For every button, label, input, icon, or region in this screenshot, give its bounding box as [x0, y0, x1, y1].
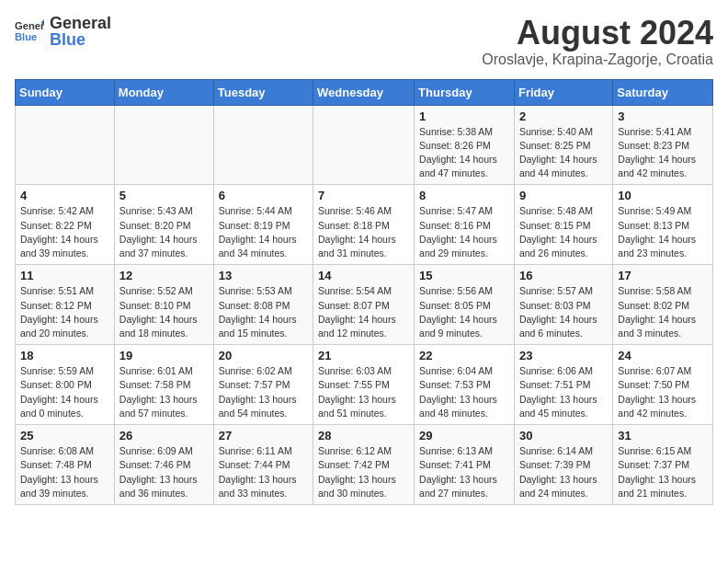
svg-text:General: General	[15, 20, 44, 31]
day-info: Sunrise: 5:59 AM Sunset: 8:00 PM Dayligh…	[20, 364, 109, 420]
calendar-cell: 27Sunrise: 6:11 AM Sunset: 7:44 PM Dayli…	[213, 425, 313, 505]
calendar-cell: 30Sunrise: 6:14 AM Sunset: 7:39 PM Dayli…	[514, 425, 612, 505]
day-info: Sunrise: 5:47 AM Sunset: 8:16 PM Dayligh…	[419, 204, 509, 260]
calendar-cell	[213, 105, 313, 185]
day-number: 29	[419, 429, 509, 442]
calendar-cell: 24Sunrise: 6:07 AM Sunset: 7:50 PM Dayli…	[613, 345, 713, 425]
calendar-cell: 12Sunrise: 5:52 AM Sunset: 8:10 PM Dayli…	[114, 265, 213, 345]
day-info: Sunrise: 6:08 AM Sunset: 7:48 PM Dayligh…	[20, 444, 109, 500]
day-number: 1	[419, 109, 509, 123]
day-number: 22	[419, 349, 509, 362]
day-info: Sunrise: 5:44 AM Sunset: 8:19 PM Dayligh…	[219, 204, 308, 260]
day-info: Sunrise: 6:01 AM Sunset: 7:58 PM Dayligh…	[119, 364, 209, 420]
day-number: 8	[419, 189, 509, 202]
day-info: Sunrise: 5:46 AM Sunset: 8:18 PM Dayligh…	[318, 204, 409, 260]
day-info: Sunrise: 6:14 AM Sunset: 7:39 PM Dayligh…	[519, 444, 608, 500]
logo: General Blue General Blue	[15, 15, 111, 48]
day-number: 14	[318, 269, 409, 282]
logo-blue-text: Blue	[50, 31, 111, 48]
calendar-cell	[114, 105, 213, 185]
day-info: Sunrise: 6:11 AM Sunset: 7:44 PM Dayligh…	[219, 444, 308, 500]
calendar-cell: 18Sunrise: 5:59 AM Sunset: 8:00 PM Dayli…	[16, 345, 115, 425]
calendar-cell	[16, 105, 115, 185]
calendar-cell: 11Sunrise: 5:51 AM Sunset: 8:12 PM Dayli…	[16, 265, 115, 345]
calendar-cell: 29Sunrise: 6:13 AM Sunset: 7:41 PM Dayli…	[415, 425, 515, 505]
day-number: 20	[219, 349, 308, 362]
calendar-week-3: 18Sunrise: 5:59 AM Sunset: 8:00 PM Dayli…	[16, 345, 713, 425]
header-sunday: Sunday	[16, 79, 115, 105]
day-number: 15	[419, 269, 509, 282]
calendar-cell: 4Sunrise: 5:42 AM Sunset: 8:22 PM Daylig…	[16, 185, 115, 265]
day-info: Sunrise: 6:12 AM Sunset: 7:42 PM Dayligh…	[318, 444, 409, 500]
day-number: 6	[219, 189, 308, 202]
day-number: 7	[318, 189, 409, 202]
day-info: Sunrise: 5:49 AM Sunset: 8:13 PM Dayligh…	[618, 204, 708, 260]
calendar-cell: 6Sunrise: 5:44 AM Sunset: 8:19 PM Daylig…	[213, 185, 313, 265]
calendar-header-row: SundayMondayTuesdayWednesdayThursdayFrid…	[16, 79, 713, 105]
logo-icon: General Blue	[15, 17, 44, 46]
header-monday: Monday	[114, 79, 213, 105]
calendar-cell: 17Sunrise: 5:58 AM Sunset: 8:02 PM Dayli…	[613, 265, 713, 345]
month-title: August 2024	[482, 15, 713, 52]
calendar-cell: 16Sunrise: 5:57 AM Sunset: 8:03 PM Dayli…	[514, 265, 612, 345]
header-wednesday: Wednesday	[313, 79, 415, 105]
calendar-table: SundayMondayTuesdayWednesdayThursdayFrid…	[15, 79, 713, 505]
calendar-cell: 21Sunrise: 6:03 AM Sunset: 7:55 PM Dayli…	[313, 345, 415, 425]
day-info: Sunrise: 5:52 AM Sunset: 8:10 PM Dayligh…	[119, 284, 209, 340]
day-info: Sunrise: 6:07 AM Sunset: 7:50 PM Dayligh…	[618, 364, 708, 420]
day-info: Sunrise: 6:09 AM Sunset: 7:46 PM Dayligh…	[119, 444, 209, 500]
calendar-week-2: 11Sunrise: 5:51 AM Sunset: 8:12 PM Dayli…	[16, 265, 713, 345]
day-number: 26	[119, 429, 209, 442]
calendar-cell: 20Sunrise: 6:02 AM Sunset: 7:57 PM Dayli…	[213, 345, 313, 425]
page-header: General Blue General Blue August 2024 Or…	[15, 15, 713, 68]
day-info: Sunrise: 5:58 AM Sunset: 8:02 PM Dayligh…	[618, 284, 708, 340]
calendar-cell: 15Sunrise: 5:56 AM Sunset: 8:05 PM Dayli…	[415, 265, 515, 345]
day-info: Sunrise: 6:15 AM Sunset: 7:37 PM Dayligh…	[618, 444, 708, 500]
calendar-cell: 10Sunrise: 5:49 AM Sunset: 8:13 PM Dayli…	[613, 185, 713, 265]
day-number: 13	[219, 269, 308, 282]
day-number: 25	[20, 429, 109, 442]
day-number: 12	[119, 269, 209, 282]
day-number: 9	[519, 189, 608, 202]
calendar-cell: 31Sunrise: 6:15 AM Sunset: 7:37 PM Dayli…	[613, 425, 713, 505]
day-info: Sunrise: 5:42 AM Sunset: 8:22 PM Dayligh…	[20, 204, 109, 260]
day-info: Sunrise: 5:40 AM Sunset: 8:25 PM Dayligh…	[519, 125, 608, 181]
calendar-cell: 1Sunrise: 5:38 AM Sunset: 8:26 PM Daylig…	[415, 105, 515, 185]
day-number: 24	[618, 349, 708, 362]
header-friday: Friday	[514, 79, 612, 105]
calendar-week-4: 25Sunrise: 6:08 AM Sunset: 7:48 PM Dayli…	[16, 425, 713, 505]
day-number: 2	[519, 109, 608, 123]
calendar-cell: 23Sunrise: 6:06 AM Sunset: 7:51 PM Dayli…	[514, 345, 612, 425]
day-info: Sunrise: 6:06 AM Sunset: 7:51 PM Dayligh…	[519, 364, 608, 420]
calendar-cell: 22Sunrise: 6:04 AM Sunset: 7:53 PM Dayli…	[415, 345, 515, 425]
calendar-cell: 26Sunrise: 6:09 AM Sunset: 7:46 PM Dayli…	[114, 425, 213, 505]
day-number: 30	[519, 429, 608, 442]
day-number: 21	[318, 349, 409, 362]
logo-general-text: General	[50, 15, 111, 31]
day-info: Sunrise: 5:56 AM Sunset: 8:05 PM Dayligh…	[419, 284, 509, 340]
header-saturday: Saturday	[613, 79, 713, 105]
day-info: Sunrise: 5:41 AM Sunset: 8:23 PM Dayligh…	[618, 125, 708, 181]
day-info: Sunrise: 6:03 AM Sunset: 7:55 PM Dayligh…	[318, 364, 409, 420]
header-thursday: Thursday	[415, 79, 515, 105]
day-number: 27	[219, 429, 308, 442]
calendar-cell: 28Sunrise: 6:12 AM Sunset: 7:42 PM Dayli…	[313, 425, 415, 505]
day-info: Sunrise: 5:53 AM Sunset: 8:08 PM Dayligh…	[219, 284, 308, 340]
day-info: Sunrise: 6:04 AM Sunset: 7:53 PM Dayligh…	[419, 364, 509, 420]
calendar-cell: 3Sunrise: 5:41 AM Sunset: 8:23 PM Daylig…	[613, 105, 713, 185]
calendar-cell: 5Sunrise: 5:43 AM Sunset: 8:20 PM Daylig…	[114, 185, 213, 265]
day-number: 10	[618, 189, 708, 202]
calendar-cell: 9Sunrise: 5:48 AM Sunset: 8:15 PM Daylig…	[514, 185, 612, 265]
day-info: Sunrise: 6:13 AM Sunset: 7:41 PM Dayligh…	[419, 444, 509, 500]
day-number: 4	[20, 189, 109, 202]
day-info: Sunrise: 5:54 AM Sunset: 8:07 PM Dayligh…	[318, 284, 409, 340]
day-info: Sunrise: 5:38 AM Sunset: 8:26 PM Dayligh…	[419, 125, 509, 181]
calendar-cell	[313, 105, 415, 185]
day-number: 19	[119, 349, 209, 362]
day-info: Sunrise: 5:57 AM Sunset: 8:03 PM Dayligh…	[519, 284, 608, 340]
day-number: 31	[618, 429, 708, 442]
calendar-cell: 8Sunrise: 5:47 AM Sunset: 8:16 PM Daylig…	[415, 185, 515, 265]
calendar-cell: 19Sunrise: 6:01 AM Sunset: 7:58 PM Dayli…	[114, 345, 213, 425]
calendar-week-1: 4Sunrise: 5:42 AM Sunset: 8:22 PM Daylig…	[16, 185, 713, 265]
day-info: Sunrise: 6:02 AM Sunset: 7:57 PM Dayligh…	[219, 364, 308, 420]
